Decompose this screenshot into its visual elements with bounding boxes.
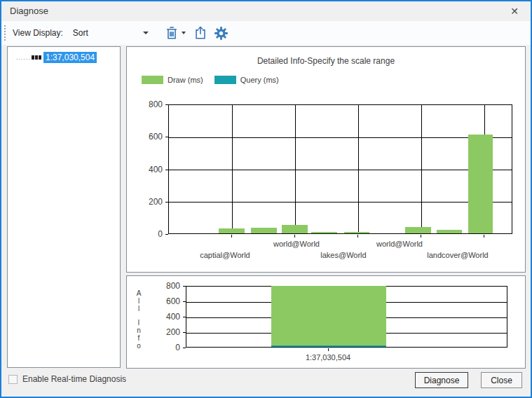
bar-draw <box>311 232 337 233</box>
y-tick-mark <box>183 317 186 317</box>
x-tick-mark <box>231 235 232 238</box>
y-tick-label: 600 <box>151 296 180 306</box>
y-tick-label: 200 <box>133 197 163 207</box>
bar-draw <box>437 230 462 233</box>
close-button[interactable]: Close <box>481 372 522 388</box>
scale-item-label[interactable]: 1:37,030,504 <box>43 52 97 63</box>
export-icon <box>193 25 208 41</box>
diagnose-dialog: Diagnose ✕ View Display: Sort <box>0 0 532 398</box>
y-tick-mark <box>183 348 186 348</box>
delete-menu-button[interactable] <box>182 24 186 42</box>
gridline-vertical <box>358 105 359 233</box>
bar-draw <box>251 228 277 233</box>
window-title: Diagnose <box>10 6 48 16</box>
x-tick-mark <box>421 235 421 238</box>
all-info-axis-letter <box>134 313 144 319</box>
realtime-diagnosis-label: Enable Real-time Diagnosis <box>22 374 126 384</box>
view-display-label: View Display: <box>13 28 63 38</box>
tree-guide-dots: ...... <box>16 54 31 61</box>
y-tick-label: 200 <box>151 327 180 337</box>
all-info-axis-letter: I <box>134 319 144 327</box>
gear-icon <box>214 26 229 41</box>
x-category-label: captial@World <box>200 251 250 259</box>
all-info-axis-letter: l <box>134 297 144 305</box>
legend-label-draw: Draw (ms) <box>168 76 203 84</box>
x-category-label: landcover@World <box>427 251 488 259</box>
gridline-horizontal <box>169 170 512 170</box>
x-tick-mark <box>294 235 295 238</box>
scale-list-item[interactable]: ...... 1:37,030,504 <box>16 52 120 63</box>
y-tick-label: 800 <box>133 100 163 109</box>
gridline-horizontal <box>169 137 512 138</box>
bar-draw <box>271 286 386 347</box>
bar-draw <box>282 225 308 233</box>
y-tick-label: 0 <box>133 229 163 239</box>
y-tick-label: 600 <box>133 132 163 142</box>
detailed-info-chart-panel: Detailed Info-Specify the scale range Dr… <box>126 46 526 273</box>
delete-button[interactable] <box>164 24 179 42</box>
chevron-down-icon <box>143 32 149 34</box>
x-category-label: 1:37,030,504 <box>306 353 350 362</box>
legend-swatch-query <box>214 76 236 84</box>
y-tick-mark <box>165 104 168 105</box>
x-category-label: world@World <box>376 240 423 248</box>
settings-button[interactable] <box>214 24 229 42</box>
chevron-down-icon <box>182 32 186 34</box>
chart-plot <box>186 286 507 348</box>
x-tick-mark <box>484 235 484 238</box>
all-info-chart-panel: AllInfo 02004006008001:37,030,504 <box>126 275 526 369</box>
title-bar: Diagnose ✕ <box>1 1 531 21</box>
bar-draw <box>405 227 431 233</box>
gridline-vertical <box>295 105 296 233</box>
bar-query <box>271 345 386 347</box>
toolbar: View Display: Sort <box>1 21 531 45</box>
gridline-vertical <box>421 105 422 233</box>
bar-draw <box>468 135 493 233</box>
chart-title: Detailed Info-Specify the scale range <box>127 56 525 66</box>
scale-bar-icon <box>32 55 41 60</box>
y-tick-mark <box>165 137 168 137</box>
y-tick-mark <box>183 286 186 287</box>
gridline-horizontal <box>169 202 512 203</box>
y-tick-label: 400 <box>151 312 180 322</box>
all-info-axis-letter: o <box>134 342 144 350</box>
all-info-axis-letter: A <box>134 289 144 297</box>
scale-list-panel: ...... 1:37,030,504 <box>7 46 121 368</box>
all-info-axis-letter: l <box>134 305 144 313</box>
all-info-axis-label: AllInfo <box>134 289 144 350</box>
realtime-diagnosis-row: Enable Real-time Diagnosis <box>8 374 126 384</box>
y-tick-mark <box>165 202 168 203</box>
x-category-label: lakes@World <box>320 251 366 259</box>
all-info-axis-letter: f <box>134 334 144 342</box>
y-tick-mark <box>165 234 168 235</box>
toolbar-grip-handle[interactable] <box>4 25 6 41</box>
legend-swatch-draw <box>142 76 163 84</box>
window-close-icon[interactable]: ✕ <box>507 4 522 18</box>
chart-legend: Draw (ms) Query (ms) <box>142 76 290 84</box>
export-button[interactable] <box>193 24 208 42</box>
view-display-dropdown[interactable]: Sort <box>69 25 153 41</box>
bar-draw <box>344 232 369 233</box>
diagnose-button[interactable]: Diagnose <box>415 372 468 388</box>
y-tick-label: 0 <box>151 343 180 352</box>
y-tick-label: 400 <box>133 165 163 174</box>
x-tick-mark <box>328 348 329 351</box>
x-category-label: world@World <box>273 240 320 248</box>
x-tick-mark <box>357 235 358 238</box>
y-tick-mark <box>183 301 186 302</box>
y-tick-mark <box>183 332 186 333</box>
bar-draw <box>219 228 245 233</box>
realtime-diagnosis-checkbox[interactable] <box>8 375 18 384</box>
all-info-axis-letter: n <box>134 327 144 334</box>
legend-label-query: Query (ms) <box>240 76 279 84</box>
y-tick-mark <box>165 170 168 170</box>
trash-icon <box>164 25 179 41</box>
view-display-value: Sort <box>73 28 88 38</box>
chart-plot <box>168 104 512 234</box>
y-tick-label: 800 <box>151 281 180 291</box>
gridline-vertical <box>232 105 233 233</box>
